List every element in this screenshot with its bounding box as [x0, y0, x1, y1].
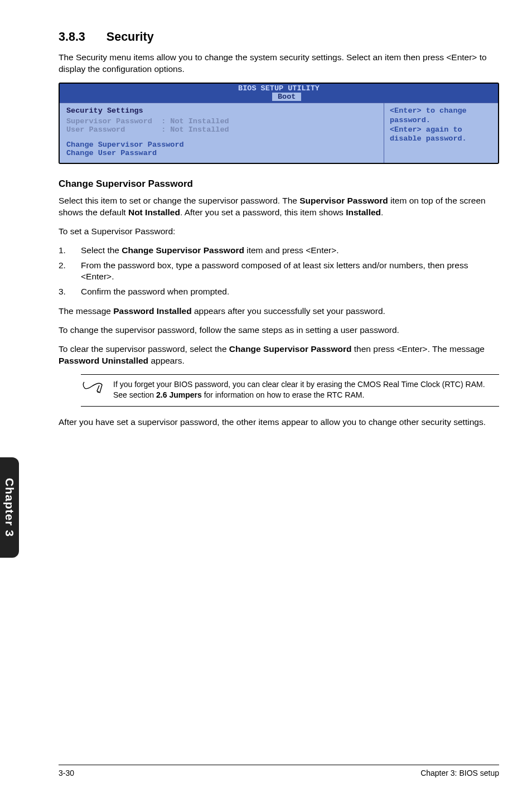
page-content: 3.8.3Security The Security menu items al… [59, 30, 499, 436]
para-msg: The message Password Installed appears a… [59, 306, 499, 317]
chapter-tab-label: Chapter 3 [3, 478, 16, 537]
note-block: If you forget your BIOS password, you ca… [81, 374, 499, 407]
note-pencil-icon [81, 379, 113, 400]
bios-tab-boot[interactable]: Boot [272, 93, 301, 101]
para-clear: To clear the supervisor password, select… [59, 344, 499, 367]
para-change: To change the supervisor password, follo… [59, 325, 499, 336]
bios-left-panel: Security Settings Supervisor Password : … [60, 103, 384, 163]
para-toset: To set a Supervisor Password: [59, 226, 499, 238]
bios-change-user[interactable]: Change User Passward [66, 149, 377, 157]
step-1: 1. Select the Change Supervisor Password… [59, 245, 499, 257]
footer-page-number: 3-30 [59, 769, 74, 777]
para-select: Select this item to set or change the su… [59, 195, 499, 219]
bios-panel-heading: Security Settings [66, 107, 377, 115]
step-3: 3. Confirm the password when prompted. [59, 286, 499, 298]
section-number: 3.8.3 [59, 30, 85, 44]
bios-help-text: <Enter> to change password. <Enter> agai… [390, 107, 492, 144]
section-title: Security [107, 30, 154, 44]
bios-row-supervisor: Supervisor Password : Not Installed [66, 117, 377, 125]
bios-title-bar: BIOS SETUP UTILITY Boot [60, 84, 498, 103]
bios-change-supervisor[interactable]: Change Supervisor Password [66, 141, 377, 149]
subsection-heading: Change Supervisor Password [59, 178, 499, 190]
step-2: 2. From the password box, type a passwor… [59, 260, 499, 283]
page-footer: 3-30 Chapter 3: BIOS setup [59, 765, 499, 777]
intro-paragraph: The Security menu items allow you to cha… [59, 52, 499, 75]
bios-help-panel: <Enter> to change password. <Enter> agai… [384, 103, 498, 163]
bios-body: Security Settings Supervisor Password : … [60, 103, 498, 163]
note-text: If you forget your BIOS password, you ca… [113, 379, 499, 400]
chapter-tab: Chapter 3 [0, 457, 19, 558]
section-heading: 3.8.3Security [59, 30, 499, 44]
steps-list: 1. Select the Change Supervisor Password… [59, 245, 499, 298]
para-after: After you have set a supervisor password… [59, 417, 499, 428]
bios-title: BIOS SETUP UTILITY [60, 84, 498, 93]
bios-row-user: User Password : Not Installed [66, 125, 377, 134]
bios-setup-panel: BIOS SETUP UTILITY Boot Security Setting… [59, 83, 499, 164]
footer-chapter-title: Chapter 3: BIOS setup [420, 769, 499, 777]
